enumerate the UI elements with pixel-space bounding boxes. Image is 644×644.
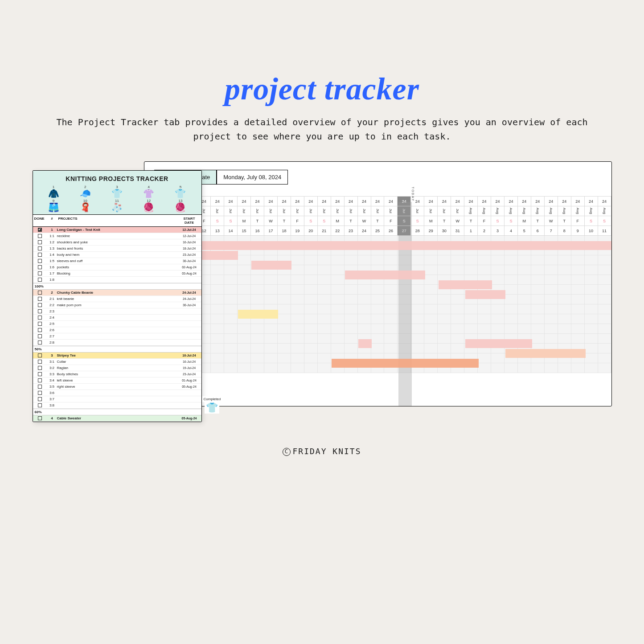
task-row[interactable]: 3:3Body stitches23-Jul-24 [33,371,201,377]
gantt-cell [424,344,438,353]
project-header-row[interactable]: 2Chunky Cable Beanie24-Jul-24 [33,290,201,296]
task-row[interactable]: 1:7Blocking03-Aug-24 [33,271,201,277]
cal-cell: M [331,216,345,226]
task-row[interactable]: 2:3 [33,308,201,315]
done-checkbox[interactable] [33,397,47,401]
cal-cell: W [451,216,464,226]
cal-cell: Jul [278,206,291,216]
task-row[interactable]: 3:8 [33,402,201,409]
icon-slot[interactable]: 11🧦 [102,199,132,212]
done-checkbox[interactable] [33,416,47,420]
cal-cell: 19 [291,226,304,236]
task-row[interactable]: 1:8 [33,277,201,283]
task-row[interactable]: 1:3backs and fronts18-Jul-24 [33,246,201,252]
task-row[interactable]: 1:6pockets02-Aug-24 [33,264,201,271]
gantt-cell [545,265,558,275]
gantt-cell [238,344,251,353]
done-checkbox[interactable] [33,403,47,407]
gantt-cell [558,324,571,334]
cal-cell: 4 [505,226,518,236]
done-checkbox[interactable] [33,297,47,301]
done-checkbox[interactable] [33,253,47,257]
task-row[interactable]: 3:2Raglan19-Jul-24 [33,365,201,371]
gantt-cell [545,334,558,344]
cal-cell: 24 [464,197,478,206]
gantt-cell [264,236,278,246]
done-checkbox[interactable] [33,234,47,238]
cal-cell: 29 [424,226,438,236]
done-checkbox[interactable] [33,316,47,320]
task-row[interactable]: 1:2shoulders and yoke16-Jul-24 [33,239,201,246]
gantt-cell [331,353,345,363]
done-checkbox[interactable] [33,259,47,263]
icon-slot[interactable]: 2🧢 [70,185,101,198]
gantt-cell [585,334,598,344]
task-row[interactable]: 2:2make pom pom30-Jul-24 [33,302,201,308]
cal-cell: Jul [438,206,451,216]
icon-slot[interactable]: 4👚 [133,185,164,198]
done-checkbox[interactable] [33,391,47,395]
gantt-cell [291,255,304,265]
done-checkbox[interactable] [33,278,47,282]
done-checkbox[interactable] [33,353,47,357]
task-row[interactable]: 3:6 [33,390,201,396]
gantt-cell [464,324,478,334]
project-header-row[interactable]: 1Long Cardigan - Test Knit12-Jul-24 [33,227,201,233]
task-row[interactable]: 1:5sleeves and cuff30-Jul-24 [33,258,201,264]
done-checkbox[interactable] [33,265,47,269]
task-row[interactable]: 1:4body and hem23-Jul-24 [33,252,201,258]
cal-cell: S [411,216,424,226]
icon-slot[interactable]: 5👕 [165,185,196,198]
done-checkbox[interactable] [33,322,47,326]
task-row[interactable]: 2:6 [33,327,201,333]
gantt-cell [358,236,371,246]
task-row[interactable]: 2:1knit beanie24-Jul-24 [33,296,201,302]
done-checkbox[interactable] [33,372,47,376]
done-checkbox[interactable] [33,385,47,389]
task-row[interactable]: 3:4left sleeve01-Aug-24 [33,377,201,384]
timeline-date-chip[interactable]: Monday, July 08, 2024 [217,170,288,185]
icon-slot[interactable]: 13🧶 [165,199,196,212]
gantt-cell [438,255,451,265]
task-row[interactable]: 2:8 [33,340,201,346]
icon-slot[interactable]: 12🧶 [133,199,164,212]
done-checkbox[interactable] [33,378,47,382]
gantt-cell [358,265,371,275]
done-checkbox[interactable] [33,360,47,364]
done-checkbox[interactable] [33,334,47,338]
done-checkbox[interactable] [33,309,47,313]
gantt-cell [224,304,238,314]
done-checkbox[interactable] [33,291,47,295]
gantt-cell [318,304,331,314]
gantt-cell [558,285,571,295]
task-row[interactable]: 3:5right sleeve05-Aug-24 [33,384,201,390]
gantt-cell [358,255,371,265]
gantt-cell [251,236,264,246]
done-checkbox[interactable] [33,271,47,275]
done-checkbox[interactable] [33,240,47,244]
done-checkbox[interactable] [33,328,47,332]
project-header-row[interactable]: 3Stripey Tee16-Jul-24 [33,353,201,359]
task-row[interactable]: 1:1neckline12-Jul-24 [33,233,201,239]
done-checkbox[interactable] [33,303,47,307]
icon-slot[interactable]: 9🩳 [38,199,69,212]
task-row[interactable]: 2:5 [33,321,201,327]
project-header-row[interactable]: 4Cable Sweater05-Aug-24 [33,415,201,422]
gantt-cell [598,304,611,314]
done-checkbox[interactable] [33,340,47,345]
cal-cell: 17 [264,226,278,236]
task-row[interactable]: 3:1Collar16-Jul-24 [33,359,201,365]
done-checkbox[interactable] [33,246,47,250]
task-row[interactable]: 2:4 [33,315,201,321]
icon-slot[interactable]: 3👕 [102,185,132,198]
cal-cell: 24 [345,197,358,206]
cal-cell: Aug [518,206,531,216]
task-row[interactable]: 2:7 [33,333,201,340]
gantt-cell [438,246,451,255]
done-checkbox[interactable] [33,228,47,232]
icon-slot[interactable]: 1🧥 [38,185,69,198]
done-checkbox[interactable] [33,366,47,370]
icon-slot[interactable]: 10🧣 [70,199,101,212]
gantt-cell [371,314,385,324]
task-row[interactable]: 3:7 [33,396,201,402]
